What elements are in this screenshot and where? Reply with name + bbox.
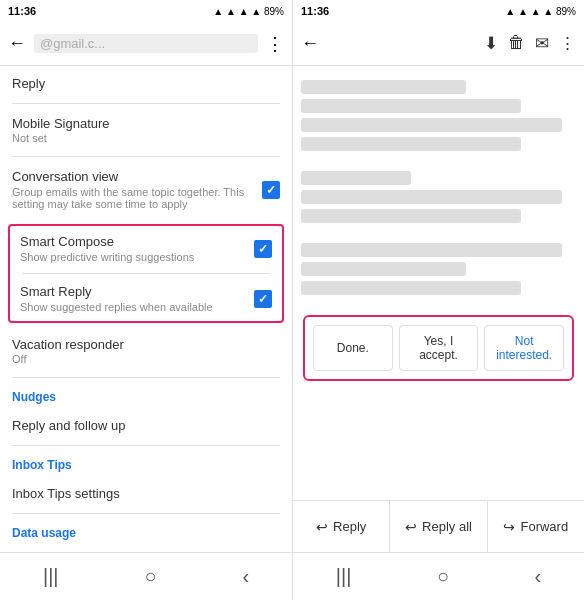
email-body-group-2 <box>301 165 576 229</box>
divider-2 <box>12 156 280 157</box>
divider-3 <box>12 377 280 378</box>
mobile-signature-value: Not set <box>12 132 280 144</box>
nudge-buttons: Done. Yes, I accept. Not interested. <box>313 325 564 371</box>
vacation-responder-title: Vacation responder <box>12 337 280 352</box>
email-body-group-1 <box>301 74 576 157</box>
sync-gmail-setting[interactable]: Sync Gmail <box>0 544 292 552</box>
nav-bar-left: ||| ○ ‹ <box>0 552 292 600</box>
time-left: 11:36 <box>8 5 36 17</box>
status-bar-right: 11:36 ▲ ▲ ▲ ▲ 89% <box>293 0 584 22</box>
smart-compose-setting[interactable]: Smart Compose Show predictive writing su… <box>10 226 282 271</box>
smart-reply-setting[interactable]: Smart Reply Show suggested replies when … <box>10 276 282 321</box>
left-panel: 11:36 ▲ ▲ ▲ ▲ 89% ← @gmail.c... ⋮ Reply … <box>0 0 292 600</box>
divider-smart <box>22 273 270 274</box>
battery-right: ▲ ▲ ▲ ▲ 89% <box>505 6 576 17</box>
account-label: @gmail.c... <box>34 34 258 53</box>
blurred-line-8 <box>301 243 562 257</box>
back-nav-right[interactable]: ‹ <box>527 557 550 596</box>
more-icon-right[interactable]: ⋮ <box>559 33 576 54</box>
reply-follow-up-title: Reply and follow up <box>12 418 280 433</box>
conversation-view-title: Conversation view <box>12 169 262 184</box>
mobile-signature-setting[interactable]: Mobile Signature Not set <box>0 106 292 154</box>
reply-follow-up-setting[interactable]: Reply and follow up <box>0 408 292 443</box>
reply-all-icon: ↩ <box>405 519 417 535</box>
blurred-line-2 <box>301 99 521 113</box>
blurred-line-7 <box>301 209 521 223</box>
blurred-line-9 <box>301 262 466 276</box>
smart-compose-title: Smart Compose <box>20 234 194 249</box>
divider-1 <box>12 103 280 104</box>
inbox-tips-title: Inbox Tips settings <box>12 486 280 501</box>
blurred-line-1 <box>301 80 466 94</box>
vacation-responder-value: Off <box>12 353 280 365</box>
accept-button[interactable]: Yes, I accept. <box>399 325 479 371</box>
reply-setting[interactable]: Reply <box>0 66 292 101</box>
top-icons-right: ⬇ 🗑 ✉ ⋮ <box>484 33 576 54</box>
delete-icon[interactable]: 🗑 <box>508 33 525 54</box>
smart-reply-checkbox[interactable] <box>254 290 272 308</box>
divider-5 <box>12 513 280 514</box>
nudges-section-label: Nudges <box>0 380 292 408</box>
smart-compose-subtitle: Show predictive writing suggestions <box>20 251 194 263</box>
right-panel: 11:36 ▲ ▲ ▲ ▲ 89% ← ⬇ 🗑 ✉ ⋮ <box>292 0 584 600</box>
status-bar-left: 11:36 ▲ ▲ ▲ ▲ 89% <box>0 0 292 22</box>
home-nav-left[interactable]: ○ <box>136 557 164 596</box>
reply-bar: ↩ Reply ↩ Reply all ↪ Forward <box>293 500 584 552</box>
not-interested-button[interactable]: Not interested. <box>484 325 564 371</box>
forward-button[interactable]: ↪ Forward <box>488 501 584 552</box>
reply-all-label: Reply all <box>422 519 472 534</box>
inbox-tips-settings-item[interactable]: Inbox Tips settings <box>0 476 292 511</box>
smart-reply-title: Smart Reply <box>20 284 213 299</box>
battery-icons-left: ▲ ▲ ▲ ▲ 89% <box>213 6 284 17</box>
top-bar-left: ← @gmail.c... ⋮ <box>0 22 292 66</box>
conversation-view-setting[interactable]: Conversation view Group emails with the … <box>0 159 292 220</box>
reply-label: Reply <box>333 519 366 534</box>
email-content: Done. Yes, I accept. Not interested. <box>293 66 584 500</box>
data-usage-section-label: Data usage <box>0 516 292 544</box>
mail-icon[interactable]: ✉ <box>535 33 549 54</box>
back-nav-left[interactable]: ‹ <box>234 557 257 596</box>
smart-features-section: Smart Compose Show predictive writing su… <box>8 224 284 323</box>
forward-label: Forward <box>520 519 568 534</box>
nudge-box: Done. Yes, I accept. Not interested. <box>303 315 574 381</box>
forward-icon: ↪ <box>503 519 515 535</box>
home-nav-right[interactable]: ○ <box>429 557 457 596</box>
blurred-line-6 <box>301 190 562 204</box>
download-icon[interactable]: ⬇ <box>484 33 498 54</box>
smart-reply-subtitle: Show suggested replies when available <box>20 301 213 313</box>
blurred-line-4 <box>301 137 521 151</box>
smart-compose-checkbox[interactable] <box>254 240 272 258</box>
divider-4 <box>12 445 280 446</box>
top-bar-right: ← ⬇ 🗑 ✉ ⋮ <box>293 22 584 66</box>
blurred-line-10 <box>301 281 521 295</box>
reply-button[interactable]: ↩ Reply <box>293 501 390 552</box>
recents-nav-left[interactable]: ||| <box>35 557 67 596</box>
conversation-view-subtitle: Group emails with the same topic togethe… <box>12 186 262 210</box>
blurred-line-3 <box>301 118 562 132</box>
conversation-view-checkbox[interactable] <box>262 181 280 199</box>
reply-all-button[interactable]: ↩ Reply all <box>390 501 487 552</box>
settings-list: Reply Mobile Signature Not set Conversat… <box>0 66 292 552</box>
time-right: 11:36 <box>301 5 329 17</box>
email-body-group-3 <box>301 237 576 301</box>
back-button-right[interactable]: ← <box>301 33 319 54</box>
battery-left: ▲ ▲ ▲ ▲ 89% <box>213 6 284 17</box>
blurred-line-5 <box>301 171 411 185</box>
nav-bar-right: ||| ○ ‹ <box>293 552 584 600</box>
reply-title: Reply <box>12 76 280 91</box>
vacation-responder-setting[interactable]: Vacation responder Off <box>0 327 292 375</box>
done-button[interactable]: Done. <box>313 325 393 371</box>
mobile-signature-title: Mobile Signature <box>12 116 280 131</box>
reply-icon: ↩ <box>316 519 328 535</box>
back-button-left[interactable]: ← <box>8 33 26 54</box>
recents-nav-right[interactable]: ||| <box>328 557 360 596</box>
more-button-left[interactable]: ⋮ <box>266 33 284 55</box>
inbox-tips-section-label: Inbox Tips <box>0 448 292 476</box>
